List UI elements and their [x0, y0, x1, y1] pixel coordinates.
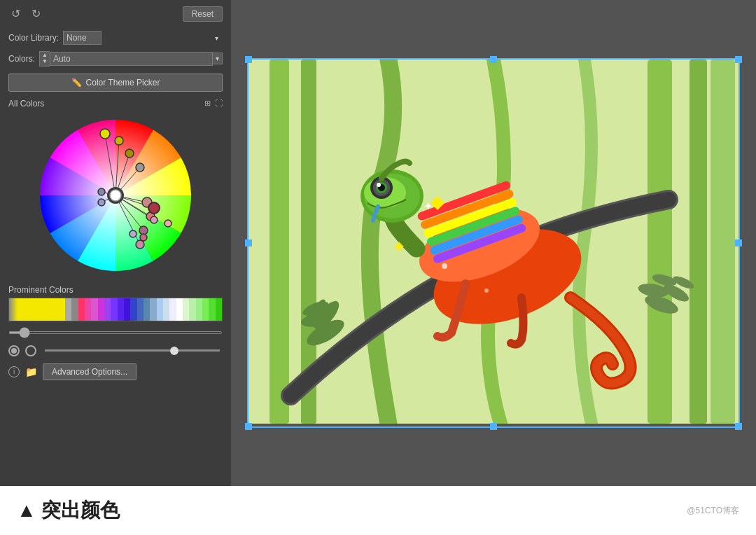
all-colors-label: All Colors — [8, 99, 44, 109]
color-library-select[interactable]: None Pantone Adobe Custom — [63, 31, 102, 45]
bottom-toolbar: i 📁 Advanced Options... — [0, 359, 231, 384]
radio-button-2[interactable] — [25, 345, 36, 356]
intensity-slider[interactable] — [45, 349, 220, 352]
folder-icon[interactable]: 📁 — [25, 366, 37, 377]
left-panel: ↺ ↻ Reset Color Library: None Pantone Ad… — [0, 0, 231, 486]
resize-icon[interactable]: ⛶ — [215, 99, 223, 108]
svg-rect-32 — [270, 60, 289, 424]
svg-point-30 — [110, 190, 121, 201]
svg-point-63 — [377, 183, 381, 187]
colors-label: Colors: — [8, 54, 35, 64]
advanced-options-button[interactable]: Advanced Options... — [43, 363, 136, 380]
color-strip[interactable] — [8, 298, 223, 321]
canvas-area: ✦ — [231, 0, 756, 486]
svg-point-27 — [140, 234, 147, 241]
svg-point-24 — [98, 199, 105, 206]
color-strip-slider-row — [8, 321, 223, 340]
colors-input[interactable] — [50, 52, 213, 66]
color-library-row: Color Library: None Pantone Adobe Custom — [0, 27, 231, 48]
svg-rect-36 — [710, 60, 735, 424]
svg-rect-35 — [690, 60, 707, 424]
svg-point-65 — [484, 289, 489, 293]
handle-bottom-center[interactable] — [490, 423, 497, 430]
svg-point-16 — [115, 137, 123, 145]
svg-point-64 — [442, 263, 447, 269]
main-container: ↺ ↻ Reset Color Library: None Pantone Ad… — [0, 0, 756, 535]
svg-point-26 — [148, 202, 160, 214]
undo-button[interactable]: ↺ — [8, 6, 23, 22]
svg-text:✦: ✦ — [424, 200, 433, 212]
bottom-section: ▲ 突出颜色 @51CTO博客 — [0, 486, 756, 535]
prominent-colors-section: Prominent Colors — [0, 282, 231, 342]
chameleon-illustration: ✦ — [248, 60, 738, 424]
handle-middle-left[interactable] — [245, 239, 252, 246]
color-theme-picker-label: Color Theme Picker — [86, 78, 160, 88]
prominent-colors-label: Prominent Colors — [8, 285, 223, 295]
colors-row: Colors: ▲ ▼ ▾ — [0, 48, 231, 69]
handle-bottom-right[interactable] — [735, 423, 742, 430]
redo-button[interactable]: ↻ — [29, 6, 43, 22]
radio-row — [0, 342, 231, 359]
svg-point-23 — [150, 216, 158, 223]
colors-dropdown-arrow[interactable]: ▾ — [213, 53, 223, 64]
color-theme-picker-button[interactable]: ✏️ Color Theme Picker — [8, 74, 223, 92]
grid-icon[interactable]: ⊞ — [204, 99, 211, 108]
reset-button[interactable]: Reset — [183, 6, 223, 22]
color-wheel-container[interactable] — [31, 111, 200, 279]
blog-credit: @51CTO博客 — [687, 505, 739, 517]
spin-arrows[interactable]: ▲ ▼ — [39, 51, 50, 67]
info-icon[interactable]: i — [8, 366, 20, 377]
color-strip-slider[interactable] — [8, 331, 223, 334]
all-colors-header: All Colors ⊞ ⛶ — [8, 99, 223, 109]
svg-rect-34 — [648, 60, 672, 424]
spin-wrapper: ▲ ▼ ▾ — [39, 51, 223, 67]
handle-bottom-left[interactable] — [245, 423, 252, 430]
color-strip-multi — [65, 298, 222, 321]
color-wheel-section: All Colors ⊞ ⛶ — [0, 96, 231, 282]
color-library-label: Color Library: — [8, 33, 59, 43]
toolbar: ↺ ↻ Reset — [0, 0, 231, 27]
svg-point-28 — [164, 220, 172, 227]
svg-point-17 — [125, 149, 134, 158]
svg-point-15 — [100, 129, 110, 139]
svg-point-21 — [139, 226, 148, 235]
handle-top-left[interactable] — [245, 56, 252, 63]
svg-point-29 — [130, 230, 136, 237]
radio-button-1[interactable] — [8, 345, 20, 356]
handle-top-center[interactable] — [490, 56, 497, 63]
handle-top-right[interactable] — [735, 56, 742, 63]
bottom-text: ▲ 突出颜色 — [17, 497, 120, 524]
color-library-select-wrapper: None Pantone Adobe Custom — [63, 31, 223, 45]
color-wheel-svg — [31, 111, 200, 279]
svg-point-22 — [136, 240, 144, 249]
svg-point-25 — [98, 188, 105, 195]
svg-point-18 — [136, 163, 144, 172]
top-section: ↺ ↻ Reset Color Library: None Pantone Ad… — [0, 0, 756, 486]
handle-middle-right[interactable] — [735, 239, 742, 246]
color-wheel-icons: ⊞ ⛶ — [204, 99, 223, 108]
picker-icon: ✏️ — [71, 78, 82, 88]
canvas-image-container[interactable]: ✦ — [247, 58, 740, 428]
color-strip-yellow — [9, 298, 65, 321]
